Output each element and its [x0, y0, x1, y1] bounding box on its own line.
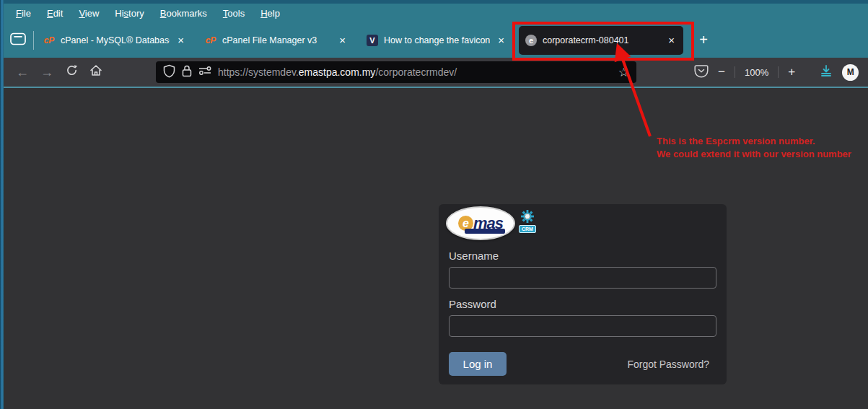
account-avatar[interactable]: M	[842, 64, 859, 81]
zoom-out-button[interactable]: −	[718, 65, 725, 79]
menu-bookmarks[interactable]: Bookmarks	[153, 6, 214, 21]
home-icon	[89, 64, 102, 80]
crm-badge: CRM	[519, 209, 536, 233]
downloads-icon[interactable]	[820, 64, 833, 80]
cpanel-icon: cP	[205, 35, 216, 46]
url-domain: emastpa.com.my	[299, 66, 376, 78]
login-button[interactable]: Log in	[449, 352, 507, 376]
tab-cpanel-filemanager[interactable]: cP cPanel File Manager v3 ×	[198, 26, 354, 55]
bookmark-star-icon[interactable]: ☆	[618, 65, 629, 80]
permissions-icon[interactable]	[198, 66, 211, 79]
pocket-icon[interactable]	[694, 64, 709, 81]
reload-icon	[66, 64, 78, 80]
tab-title: cPanel - MySQL® Databases	[61, 35, 170, 45]
close-icon[interactable]: ×	[175, 34, 186, 46]
espocrm-docs-icon: V	[367, 35, 378, 46]
menu-help[interactable]: Help	[253, 6, 287, 21]
zoom-level[interactable]: 100%	[745, 67, 768, 78]
annotation-text: This is the Espcrm version number. We co…	[657, 135, 851, 161]
emas-logo-tagline-bar	[465, 229, 505, 234]
crm-label: CRM	[519, 225, 536, 233]
username-field[interactable]	[449, 267, 716, 289]
shield-icon[interactable]	[163, 64, 175, 81]
tab-cpanel-mysql[interactable]: cP cPanel - MySQL® Databases ×	[37, 26, 193, 55]
browser-window: File Edit View History Bookmarks Tools H…	[0, 0, 868, 409]
tab-bar: cP cPanel - MySQL® Databases × cP cPanel…	[0, 22, 868, 58]
reload-button[interactable]	[59, 61, 84, 83]
tab-title: corporatecrm-080401	[543, 35, 660, 45]
url-path: /corporatecrmdev/	[375, 66, 457, 78]
menu-file[interactable]: File	[9, 6, 38, 21]
forward-button[interactable]: →	[35, 61, 59, 83]
annotation-line-1: This is the Espcrm version number.	[657, 135, 851, 148]
close-icon[interactable]: ×	[666, 34, 677, 46]
tab-title: How to change the favicon - Es	[384, 35, 490, 45]
close-icon[interactable]: ×	[496, 34, 507, 46]
cpanel-icon: cP	[43, 35, 55, 46]
menu-history[interactable]: History	[108, 6, 151, 21]
url-protocol: https://systemdev.	[218, 66, 299, 78]
url-text[interactable]: https://systemdev.emastpa.com.my/corpora…	[218, 66, 612, 78]
username-label: Username	[449, 250, 716, 262]
lock-icon[interactable]	[182, 65, 192, 80]
menu-tools[interactable]: Tools	[216, 6, 252, 21]
window-edge	[0, 0, 4, 409]
tab-favicon-docs[interactable]: V How to change the favicon - Es ×	[360, 26, 513, 55]
firefox-view-button[interactable]	[6, 28, 30, 53]
annotation-line-2: We could extend it with our version numb…	[657, 148, 851, 161]
password-field[interactable]	[449, 315, 716, 337]
back-icon: ←	[16, 65, 29, 80]
zoom-in-button[interactable]: +	[788, 65, 795, 79]
emas-logo: e mas	[446, 206, 515, 240]
navigation-toolbar: ← → https://systemdev.emastpa.com.my/cor…	[0, 58, 868, 88]
menu-edit[interactable]: Edit	[40, 6, 70, 21]
back-button[interactable]: ←	[10, 61, 35, 83]
home-button[interactable]	[84, 61, 108, 83]
forward-icon: →	[40, 65, 53, 80]
tab-title: cPanel File Manager v3	[222, 35, 331, 45]
new-tab-button[interactable]: +	[693, 30, 714, 50]
logo-row: e mas CRM	[446, 206, 716, 240]
separator	[778, 66, 779, 78]
menu-view[interactable]: View	[71, 6, 106, 21]
form-actions: Log in Forgot Password?	[449, 352, 716, 376]
toolbar-right: − 100% + M	[694, 64, 859, 81]
password-label: Password	[449, 298, 716, 310]
url-bar[interactable]: https://systemdev.emastpa.com.my/corpora…	[156, 61, 636, 83]
separator	[735, 66, 735, 78]
firefox-view-icon	[10, 32, 26, 48]
espocrm-icon: e	[525, 35, 537, 46]
forgot-password-link[interactable]: Forgot Password?	[627, 359, 709, 370]
tab-corporatecrm-active[interactable]: e corporatecrm-080401 ×	[519, 26, 683, 55]
menu-bar: File Edit View History Bookmarks Tools H…	[0, 0, 868, 22]
close-icon[interactable]: ×	[337, 34, 348, 46]
tab-separator	[33, 31, 34, 50]
gear-icon	[520, 209, 535, 227]
login-panel: e mas CRM Username Password Log in Forgo…	[439, 204, 727, 384]
